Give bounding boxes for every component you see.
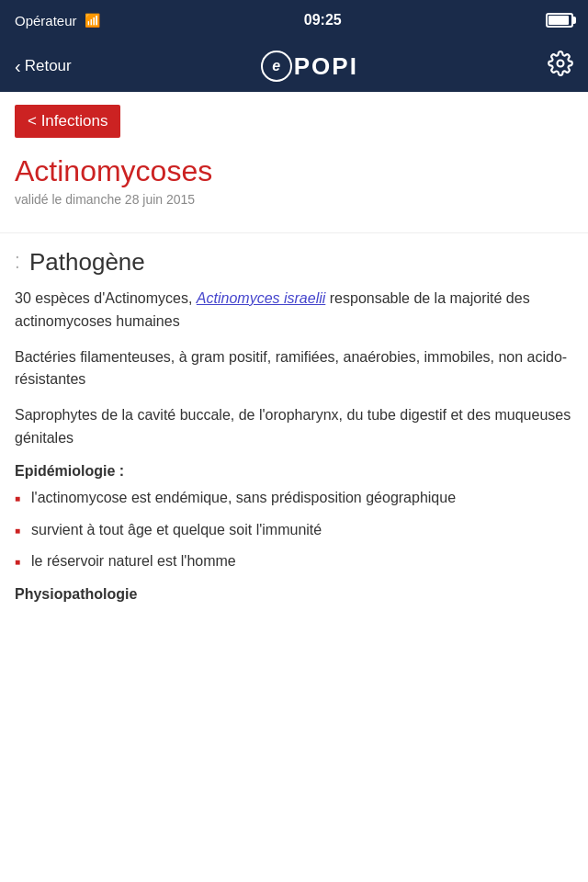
- page-title: Actinomycoses: [15, 154, 573, 188]
- list-item: l'actinomycose est endémique, sans prédi…: [15, 487, 573, 510]
- list-item: survient à tout âge et quelque soit l'im…: [15, 519, 573, 542]
- status-time: 09:25: [304, 12, 342, 28]
- section-pathogene-body: 30 espèces d'Actinomyces, Actinomyces is…: [0, 288, 588, 603]
- bullet-text-1: l'actinomycose est endémique, sans prédi…: [31, 487, 456, 510]
- back-button[interactable]: ‹ Retour: [15, 57, 72, 75]
- link-actinomyces-israelii[interactable]: Actinomyces israelii: [197, 290, 325, 306]
- logo-popi-text: POPI: [294, 52, 358, 81]
- main-content: < Infections Actinomycoses validé le dim…: [0, 92, 588, 603]
- battery-fill: [548, 16, 569, 25]
- paragraph-actinomyces: 30 espèces d'Actinomyces, Actinomyces is…: [15, 288, 573, 334]
- back-label: Retour: [25, 57, 72, 75]
- battery-icon: [546, 13, 573, 28]
- page-validated-date: validé le dimanche 28 juin 2015: [15, 192, 573, 207]
- breadcrumb-tag[interactable]: < Infections: [15, 105, 120, 138]
- nav-bar: ‹ Retour e POPI: [0, 40, 588, 92]
- section-pathogene-header: ⁚ Pathogène: [0, 232, 588, 288]
- paragraph-bacteries: Bactéries filamenteuses, à gram positif,…: [15, 346, 573, 392]
- physiopathologie-label: Physiopathologie: [15, 586, 573, 603]
- status-bar: Opérateur 📶 09:25: [0, 0, 588, 40]
- settings-button[interactable]: [548, 51, 573, 83]
- epidemiologie-label: Epidémiologie :: [15, 463, 573, 480]
- wifi-icon: 📶: [85, 13, 100, 28]
- logo-e-icon: e: [261, 51, 292, 82]
- section-pathogene-icon: ⁚: [15, 253, 20, 273]
- back-chevron-icon: ‹: [15, 57, 21, 75]
- paragraph-saprophytes: Saprophytes de la cavité buccale, de l'o…: [15, 404, 573, 450]
- carrier-label: Opérateur: [15, 13, 77, 28]
- section-pathogene-title: Pathogène: [29, 248, 145, 277]
- bullet-text-3: le réservoir naturel est l'homme: [31, 550, 236, 573]
- list-item: le réservoir naturel est l'homme: [15, 550, 573, 573]
- app-logo: e POPI: [261, 51, 358, 82]
- bullet-text-2: survient à tout âge et quelque soit l'im…: [31, 519, 322, 542]
- paragraph-actinomyces-before: 30 espèces d'Actinomyces,: [15, 290, 197, 306]
- breadcrumb: < Infections: [0, 92, 588, 147]
- epidemiologie-list: l'actinomycose est endémique, sans prédi…: [15, 487, 573, 573]
- svg-point-0: [558, 60, 564, 66]
- page-title-section: Actinomycoses validé le dimanche 28 juin…: [0, 147, 588, 225]
- status-carrier-wifi: Opérateur 📶: [15, 13, 100, 28]
